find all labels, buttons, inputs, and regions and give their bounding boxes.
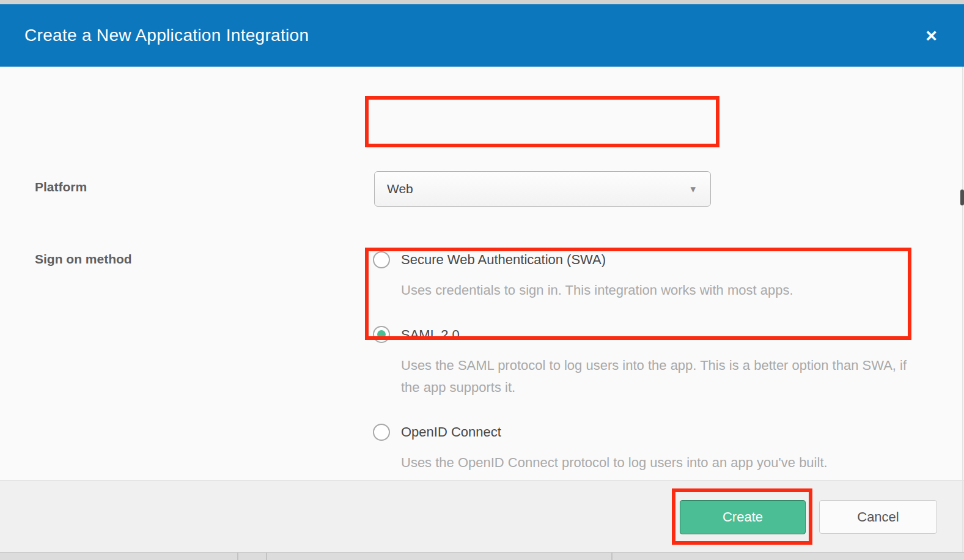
platform-select-value: Web [387, 182, 413, 196]
radio-openid-label[interactable]: OpenID Connect [401, 424, 501, 440]
create-button[interactable]: Create [680, 500, 806, 534]
radio-swa[interactable] [373, 251, 390, 268]
radio-swa-description: Uses credentials to sign in. This integr… [401, 279, 793, 301]
background-table-edge [237, 553, 238, 560]
background-bottom-strip [0, 552, 964, 560]
modal-header: Create a New Application Integration × [0, 4, 964, 67]
radio-swa-label[interactable]: Secure Web Authentication (SWA) [401, 252, 606, 268]
background-top-strip [0, 0, 964, 4]
platform-select[interactable]: Web ▾ [374, 171, 711, 207]
sign-on-method-label: Sign on method [35, 252, 132, 267]
radio-openid-description: Uses the OpenID Connect protocol to log … [401, 452, 828, 474]
background-table-edge [266, 553, 267, 560]
radio-saml[interactable] [373, 326, 390, 343]
modal-body: Platform Web ▾ Sign on method Secure Web… [0, 67, 964, 480]
radio-saml-label[interactable]: SAML 2.0 [401, 327, 460, 343]
radio-saml-description: Uses the SAML protocol to log users into… [401, 355, 908, 399]
background-table-edge [611, 553, 613, 560]
scrollbar-thumb[interactable] [960, 190, 964, 205]
platform-label: Platform [35, 180, 87, 194]
right-edge-divider [962, 67, 963, 552]
modal-title: Create a New Application Integration [24, 26, 309, 45]
cancel-button[interactable]: Cancel [819, 500, 937, 534]
radio-openid[interactable] [373, 424, 390, 441]
dropdown-caret-icon: ▾ [690, 183, 696, 196]
close-icon[interactable]: × [925, 26, 937, 45]
